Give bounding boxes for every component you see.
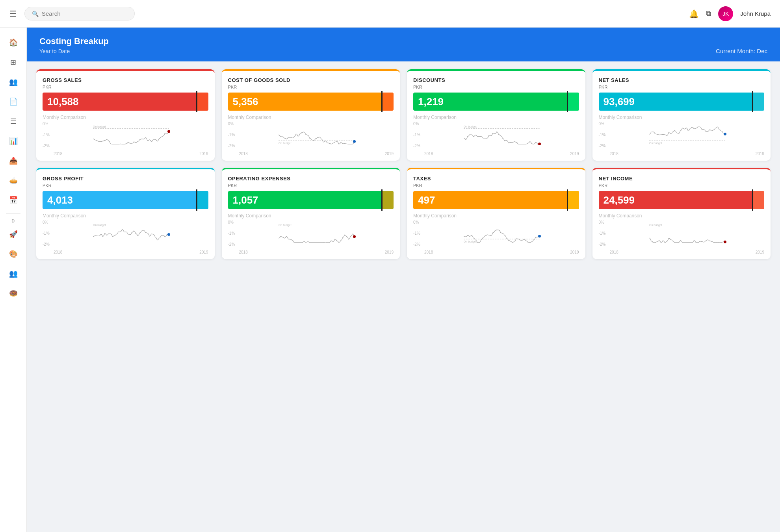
value-bar-discounts: 1,219 [413,93,579,111]
chart-svg-wrap-gross-sales: On budget [54,122,208,151]
value-bar-wrap-net-sales: 93,699 [599,93,765,111]
svg-point-2 [167,130,170,133]
chart-yaxis-gross-profit: 0% -1% -2% [43,220,50,247]
chart-area-net-sales: 0% -1% -2% On budget [599,122,765,156]
value-bar-end-gross-profit [197,191,208,209]
chart-yaxis-gross-sales: 0% -1% -2% [43,122,50,148]
card-currency-operating-expenses: PKR [228,183,394,188]
card-inner-taxes: TAXES PKR 497 Monthly Comparison 0% -1% … [407,169,585,259]
value-bar-end-operating-expenses [383,191,394,209]
svg-text:On budget: On budget [279,224,292,227]
sidebar-item-barchart[interactable]: 📊 [5,132,22,150]
sidebar-item-people[interactable]: 👥 [5,73,22,91]
search-input[interactable] [42,10,127,17]
sidebar-item-inbox[interactable]: 📥 [5,152,22,169]
page-header-left: Costing Breakup Year to Date [39,36,109,54]
svg-text:On budget: On budget [93,224,106,227]
minichart-net-sales: On budget [610,122,765,149]
card-title-taxes: TAXES [413,176,579,182]
chart-section-cogs: Monthly Comparison 0% -1% -2% On budget [228,115,394,156]
chart-yaxis-operating-expenses: 0% -1% -2% [228,220,235,247]
chart-svg-wrap-net-income: On budget [610,220,765,249]
value-bar-wrap-cogs: 5,356 [228,93,394,111]
current-month: Current Month: Dec [716,48,767,54]
svg-point-14 [167,233,170,236]
sidebar-item-team[interactable]: 👥 [5,265,22,282]
svg-text:On budget: On budget [464,125,477,128]
sidebar-item-list[interactable]: ☰ [5,113,22,130]
chart-svg-wrap-operating-expenses: On budget [239,220,394,249]
chart-label-gross-profit: Monthly Comparison [43,213,208,219]
value-bar-line-net-income [752,189,753,211]
value-bar-line-taxes [567,189,568,211]
sidebar-item-piechart[interactable]: 🥧 [5,172,22,189]
sidebar: 🏠 ⊞ 👥 📄 ☰ 📊 📥 🥧 📅 D 🚀 🎨 👥 🍩 [0,28,27,532]
card-inner-net-income: NET INCOME PKR 24,599 Monthly Comparison… [592,169,771,259]
card-currency-gross-sales: PKR [43,85,208,89]
value-bar-line-cogs [381,91,383,112]
hamburger-menu[interactable]: ☰ [9,9,17,19]
value-bar-line-net-sales [752,91,753,112]
chart-yaxis-net-sales: 0% -1% -2% [599,122,606,148]
card-cogs: COST OF GOODS SOLD PKR 5,356 Monthly Com… [222,69,400,161]
value-bar-end-discounts [568,93,579,111]
avatar[interactable]: JK [718,6,733,21]
chart-yaxis-cogs: 0% -1% -2% [228,122,235,148]
sidebar-item-calendar[interactable]: 📅 [5,191,22,209]
chart-label-cogs: Monthly Comparison [228,115,394,120]
notification-icon[interactable]: 🔔 [689,9,699,19]
sidebar-item-palette[interactable]: 🎨 [5,245,22,263]
sidebar-item-doc[interactable]: 📄 [5,93,22,110]
search-bar[interactable]: 🔍 [24,7,135,20]
card-net-income: NET INCOME PKR 24,599 Monthly Comparison… [592,168,771,259]
chart-yaxis-taxes: 0% -1% -2% [413,220,420,247]
card-discounts: DISCOUNTS PKR 1,219 Monthly Comparison 0… [407,69,585,161]
card-inner-gross-sales: GROSS SALES PKR 10,588 Monthly Compariso… [36,71,215,161]
svg-point-8 [538,143,541,145]
chart-label-operating-expenses: Monthly Comparison [228,213,394,219]
duplicate-icon[interactable]: ⧉ [706,9,711,18]
sidebar-item-donut[interactable]: 🍩 [5,285,22,302]
card-operating-expenses: OPERATING EXPENSES PKR 1,057 Monthly Com… [222,168,400,259]
card-taxes: TAXES PKR 497 Monthly Comparison 0% -1% … [407,168,585,259]
card-inner-cogs: COST OF GOODS SOLD PKR 5,356 Monthly Com… [222,71,400,161]
search-icon: 🔍 [32,11,39,17]
chart-section-operating-expenses: Monthly Comparison 0% -1% -2% On budget [228,213,394,254]
card-currency-discounts: PKR [413,85,579,89]
value-bar-taxes: 497 [413,191,579,209]
card-net-sales: NET SALES PKR 93,699 Monthly Comparison … [592,69,771,161]
chart-area-operating-expenses: 0% -1% -2% On budget [228,220,394,254]
card-title-discounts: DISCOUNTS [413,77,579,83]
sidebar-item-rocket[interactable]: 🚀 [5,226,22,243]
chart-section-net-income: Monthly Comparison 0% -1% -2% On budget [599,213,765,254]
chart-label-net-sales: Monthly Comparison [599,115,765,120]
svg-point-20 [538,235,541,237]
svg-text:On budget: On budget [279,142,292,145]
svg-point-5 [353,140,356,143]
chart-area-net-income: 0% -1% -2% On budget [599,220,765,254]
navbar-right: 🔔 ⧉ JK John Krupa [689,6,771,21]
chart-years-gross-sales: 2018 2019 [54,152,208,156]
card-gross-sales: GROSS SALES PKR 10,588 Monthly Compariso… [36,69,215,161]
chart-yaxis-discounts: 0% -1% -2% [413,122,420,148]
chart-svg-wrap-discounts: On budget [424,122,579,151]
card-title-gross-sales: GROSS SALES [43,77,208,83]
value-bar-line-gross-profit [196,189,197,211]
svg-point-23 [724,241,726,243]
value-bar-end-net-sales [753,93,764,111]
value-bar-end-gross-sales [197,93,208,111]
card-currency-net-sales: PKR [599,85,765,89]
svg-text:On budget: On budget [649,224,662,227]
sidebar-item-grid[interactable]: ⊞ [5,54,22,71]
card-currency-gross-profit: PKR [43,183,208,188]
value-bar-wrap-discounts: 1,219 [413,93,579,111]
chart-years-operating-expenses: 2018 2019 [239,250,394,254]
minichart-gross-profit: On budget [54,220,208,248]
page-header: Costing Breakup Year to Date Current Mon… [27,28,780,61]
sidebar-item-home[interactable]: 🏠 [5,34,22,51]
card-inner-net-sales: NET SALES PKR 93,699 Monthly Comparison … [592,71,771,161]
chart-section-net-sales: Monthly Comparison 0% -1% -2% On budget [599,115,765,156]
chart-svg-wrap-cogs: On budget [239,122,394,151]
minichart-discounts: On budget [424,122,579,149]
card-title-cogs: COST OF GOODS SOLD [228,77,394,83]
